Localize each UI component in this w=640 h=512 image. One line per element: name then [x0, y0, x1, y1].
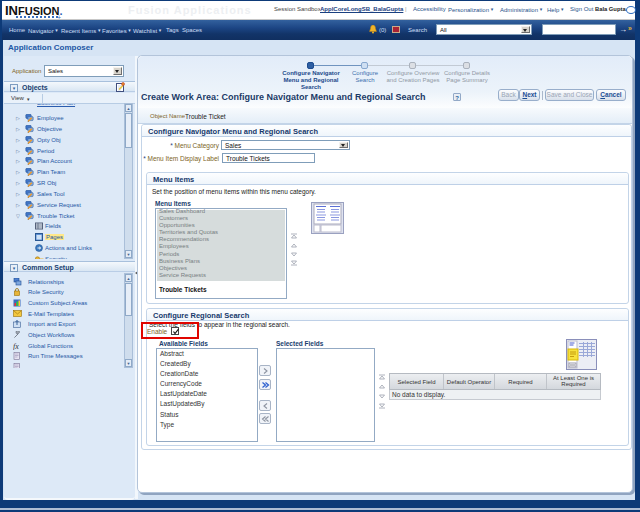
- svg-text:fx: fx: [13, 342, 19, 350]
